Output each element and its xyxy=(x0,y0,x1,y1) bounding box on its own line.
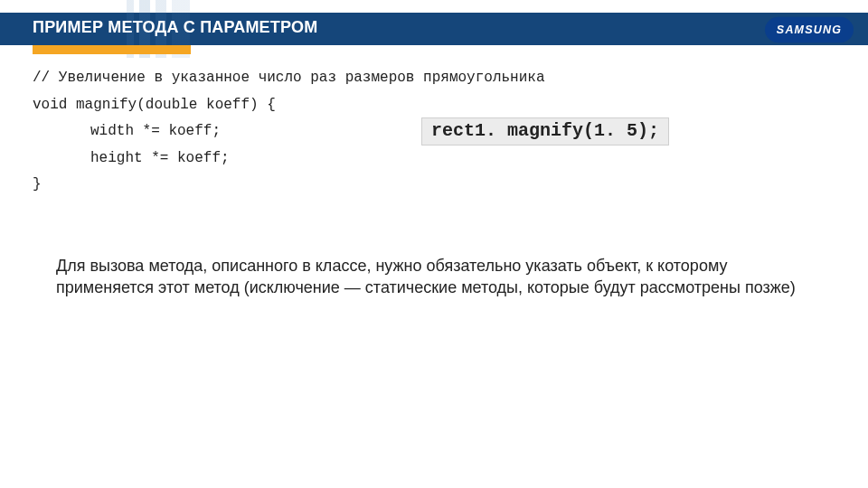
body-paragraph: Для вызова метода, описанного в классе, … xyxy=(56,255,814,299)
code-line: } xyxy=(33,172,835,199)
logo-text: SAMSUNG xyxy=(777,23,842,35)
code-line: void magnify(double koeff) { xyxy=(33,92,835,119)
call-example-box: rect1. magnify(1. 5); xyxy=(421,117,669,145)
header-bar: ПРИМЕР МЕТОДА С ПАРАМЕТРОМ SAMSUNG xyxy=(0,13,868,45)
code-line: height *= koeff; xyxy=(33,145,835,173)
logo-pill: SAMSUNG xyxy=(765,17,854,43)
page-title: ПРИМЕР МЕТОДА С ПАРАМЕТРОМ xyxy=(33,18,317,37)
logo: SAMSUNG xyxy=(765,16,854,43)
code-comment: // Увеличение в указанное число раз разм… xyxy=(33,65,835,92)
accent-bar xyxy=(33,45,191,54)
